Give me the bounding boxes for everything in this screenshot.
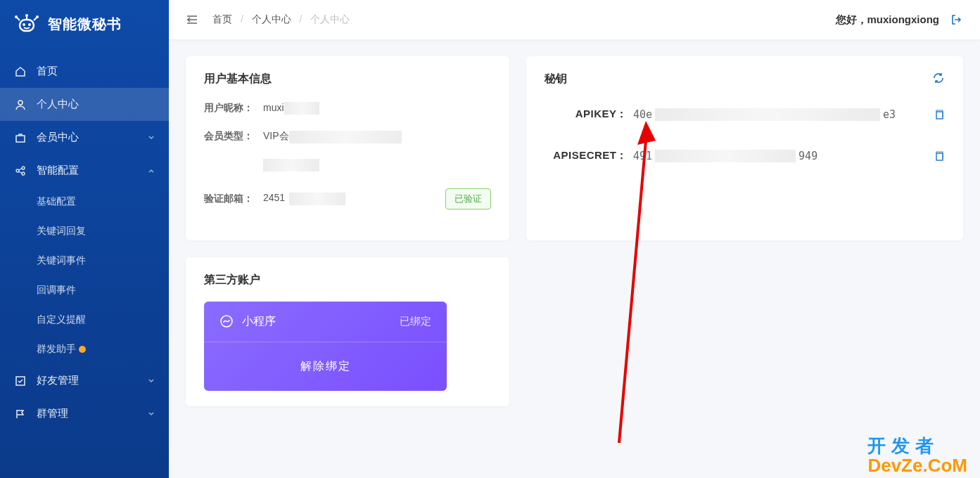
breadcrumb-home[interactable]: 首页 <box>212 13 232 25</box>
third-party-card: 第三方账户 小程序 已绑定 解除绑定 <box>186 257 509 406</box>
svg-point-3 <box>36 15 39 18</box>
breadcrumb: 首页 / 个人中心 / 个人中心 <box>212 13 350 26</box>
secret-title: 秘钥 <box>545 72 945 86</box>
svg-rect-10 <box>16 136 25 142</box>
briefcase-icon <box>14 131 27 144</box>
svg-point-6 <box>28 23 31 26</box>
sidebar-sub-keyword-reply[interactable]: 关键词回复 <box>0 217 169 246</box>
svg-point-9 <box>18 101 23 105</box>
redacted-icon <box>289 131 402 143</box>
robot-icon <box>14 11 39 37</box>
chevron-up-icon <box>148 167 155 174</box>
copy-icon[interactable] <box>934 109 945 120</box>
app-name: 智能微秘书 <box>48 15 122 34</box>
svg-point-5 <box>23 23 25 26</box>
chevron-down-icon <box>148 411 155 418</box>
verified-badge: 已验证 <box>445 188 491 209</box>
logout-icon[interactable] <box>950 13 963 26</box>
unbind-button[interactable]: 解除绑定 <box>204 342 447 391</box>
miniapp-bind-box: 小程序 已绑定 解除绑定 <box>204 302 447 391</box>
sidebar-item-groups[interactable]: 群管理 <box>0 397 169 430</box>
flag-icon <box>14 408 27 420</box>
sidebar-sub-keyword-event[interactable]: 关键词事件 <box>0 246 169 276</box>
svg-rect-21 <box>936 153 943 160</box>
sidebar-item-label: 好友管理 <box>37 374 79 387</box>
sidebar-item-label: 群管理 <box>37 407 68 420</box>
svg-rect-20 <box>936 112 943 119</box>
bind-status: 已绑定 <box>400 315 431 328</box>
sidebar-item-friends[interactable]: 好友管理 <box>0 364 169 397</box>
svg-line-0 <box>17 18 20 20</box>
redacted-icon <box>655 108 880 121</box>
apisecret-row: APISECRET： 491949 <box>545 149 945 162</box>
header: 首页 / 个人中心 / 个人中心 您好，muxiongxiong <box>169 0 980 39</box>
user-info-title: 用户基本信息 <box>204 72 491 86</box>
sidebar-sub-mass-helper[interactable]: 群发助手 <box>0 335 169 364</box>
redacted-icon <box>284 102 319 115</box>
svg-point-1 <box>15 15 18 18</box>
sidebar-item-member[interactable]: 会员中心 <box>0 121 169 154</box>
nickname-row: 用户昵称： muxi <box>204 102 491 115</box>
svg-line-2 <box>34 18 37 20</box>
chevron-down-icon <box>148 377 155 385</box>
logo[interactable]: 智能微秘书 <box>0 0 169 48</box>
greeting: 您好，muxiongxiong <box>836 13 940 27</box>
sidebar-item-label: 首页 <box>37 65 58 78</box>
breadcrumb-current: 个人中心 <box>310 13 350 25</box>
sidebar-sub-custom-remind[interactable]: 自定义提醒 <box>0 305 169 335</box>
svg-line-15 <box>19 172 23 174</box>
sidebar: 智能微秘书 首页 个人中心 会员中心 智能配置 基础配置 关键词回复 关键词事件… <box>0 0 169 478</box>
member-type-row: 会员类型： VIP会 <box>204 130 491 143</box>
sidebar-item-label: 智能配置 <box>37 164 79 177</box>
redacted-icon <box>263 159 319 172</box>
collapse-icon[interactable] <box>186 13 198 26</box>
user-info-card: 用户基本信息 用户昵称： muxi 会员类型： VIP会 验证邮箱： 2451 … <box>186 56 509 240</box>
breadcrumb-section[interactable]: 个人中心 <box>252 13 291 25</box>
copy-icon[interactable] <box>934 150 945 162</box>
svg-point-13 <box>22 172 25 175</box>
sidebar-item-label: 个人中心 <box>37 98 79 111</box>
redacted-icon <box>289 193 345 205</box>
sidebar-item-label: 会员中心 <box>37 131 79 144</box>
sidebar-item-profile[interactable]: 个人中心 <box>0 88 169 121</box>
check-square-icon <box>14 375 27 387</box>
svg-point-8 <box>25 14 28 17</box>
main: 用户基本信息 用户昵称： muxi 会员类型： VIP会 验证邮箱： 2451 … <box>169 39 980 478</box>
email-row: 验证邮箱： 2451 已验证 <box>204 188 491 209</box>
user-icon <box>14 98 27 111</box>
sidebar-item-smart[interactable]: 智能配置 <box>0 154 169 187</box>
nav: 首页 个人中心 会员中心 智能配置 基础配置 关键词回复 关键词事件 回调事件 … <box>0 55 169 430</box>
svg-rect-4 <box>20 20 34 31</box>
svg-point-12 <box>22 167 25 169</box>
miniapp-icon <box>219 314 234 328</box>
secret-card: 秘钥 APIKEY： 40ee3 APISECRET： 491949 <box>526 56 963 240</box>
refresh-icon[interactable] <box>932 72 945 84</box>
badge-dot-icon <box>79 346 86 353</box>
home-icon <box>14 65 27 78</box>
chevron-down-icon <box>148 134 155 141</box>
redacted-icon <box>655 150 796 162</box>
third-party-title: 第三方账户 <box>204 273 491 288</box>
share-icon <box>14 164 27 177</box>
sidebar-sub-callback[interactable]: 回调事件 <box>0 276 169 305</box>
apikey-row: APIKEY： 40ee3 <box>545 108 945 121</box>
sidebar-sub-basic[interactable]: 基础配置 <box>0 187 169 217</box>
svg-line-14 <box>19 168 23 170</box>
sidebar-item-home[interactable]: 首页 <box>0 55 169 88</box>
miniapp-name: 小程序 <box>242 314 276 329</box>
